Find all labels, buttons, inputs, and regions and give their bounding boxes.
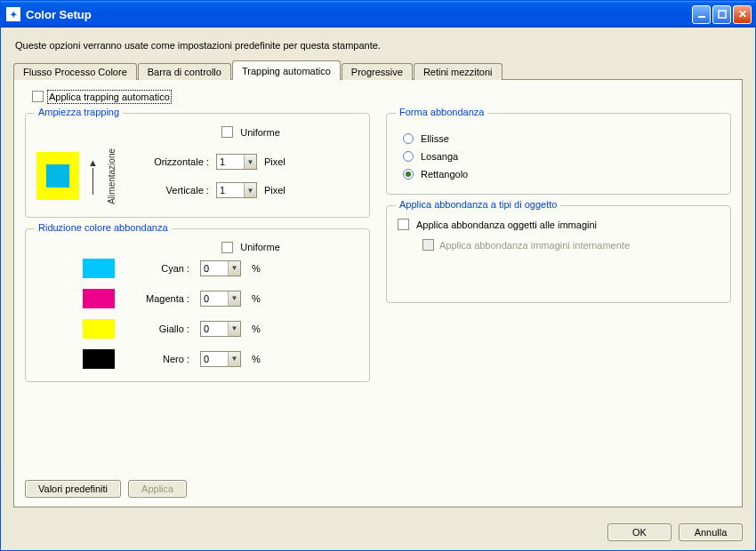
- legend-riduzione: Riduzione colore abbondanza: [35, 222, 172, 233]
- ampiezza-uniforme-checkbox[interactable]: [221, 126, 233, 138]
- close-button[interactable]: ✕: [733, 5, 752, 24]
- tab-strip: Flusso Processo Colore Barra di controll…: [13, 60, 743, 79]
- ampiezza-uniforme-label: Uniforme: [240, 127, 280, 138]
- swatch-yellow: [83, 319, 115, 339]
- right-column: Forma abbondanza Ellisse Losanga Rettang…: [386, 113, 731, 382]
- radio-rettangolo-row[interactable]: Rettangolo: [403, 169, 714, 180]
- defaults-button[interactable]: Valori predefiniti: [25, 480, 121, 498]
- chevron-down-icon[interactable]: ▼: [228, 261, 240, 276]
- reduce-row-yellow: Giallo : ▼ %: [36, 319, 358, 339]
- svg-rect-0: [698, 16, 705, 18]
- apply-obj-opt1-label: Applica abbondanza oggetti alle immagini: [416, 220, 597, 230]
- reduce-row-black: Nero : ▼ %: [36, 349, 358, 369]
- chevron-down-icon[interactable]: ▼: [244, 183, 256, 197]
- svg-rect-1: [719, 11, 726, 18]
- apply-obj-opt1-checkbox[interactable]: [398, 219, 409, 230]
- group-forma-abbondanza: Forma abbondanza Ellisse Losanga Rettang…: [386, 113, 731, 195]
- apply-obj-opt2-label: Applica abbondanza immagini internamente: [439, 240, 630, 251]
- legend-forma: Forma abbondanza: [396, 107, 487, 117]
- radio-rettangolo-label: Rettangolo: [421, 169, 468, 180]
- group-riduzione-colore: Riduzione colore abbondanza Uniforme Cya…: [25, 228, 370, 382]
- arrow-up-icon: ▲: [88, 157, 98, 168]
- tab-flusso-processo-colore[interactable]: Flusso Processo Colore: [13, 63, 137, 80]
- chevron-down-icon[interactable]: ▼: [228, 291, 240, 306]
- cyan-label: Cyan :: [125, 263, 189, 274]
- apply-obj-opt2-row: Applica abbondanza immagini internamente: [422, 239, 720, 251]
- yellow-unit: %: [252, 323, 261, 334]
- radio-ellisse-label: Ellisse: [421, 133, 449, 144]
- ampiezza-controls: Orizzontale : ▼ Pixel Verticale :: [138, 154, 291, 198]
- tab-trapping-automatico[interactable]: Trapping automatico: [232, 60, 341, 80]
- cancel-button[interactable]: Annulla: [679, 523, 743, 541]
- reduce-row-magenta: Magenta : ▼ %: [36, 289, 358, 308]
- feed-label: Alimentazione: [107, 148, 117, 204]
- apply-obj-opt2-checkbox: [422, 239, 434, 251]
- magenta-input[interactable]: [201, 291, 228, 306]
- swatch-black: [83, 349, 115, 369]
- window-title: Color Setup: [26, 8, 692, 21]
- window-buttons: ✕: [692, 5, 752, 24]
- chevron-down-icon[interactable]: ▼: [228, 352, 240, 366]
- apply-trapping-checkbox[interactable]: [32, 91, 44, 102]
- minimize-button[interactable]: [692, 5, 711, 24]
- vertical-row: Verticale : ▼ Pixel: [138, 182, 291, 198]
- trap-swatch-inner: [46, 164, 69, 188]
- chevron-down-icon[interactable]: ▼: [228, 322, 240, 336]
- content-area: Queste opzioni verranno usate come impos…: [1, 28, 755, 516]
- radio-ellisse[interactable]: [403, 133, 414, 144]
- vertical-input[interactable]: [217, 183, 244, 197]
- black-unit: %: [252, 354, 261, 364]
- vertical-label: Verticale :: [138, 185, 209, 196]
- reduce-rows: Cyan : ▼ % Magenta : ▼ %: [36, 259, 358, 369]
- yellow-spinner[interactable]: ▼: [200, 321, 241, 337]
- ok-button[interactable]: OK: [607, 523, 672, 541]
- tab-progressive[interactable]: Progressive: [342, 63, 413, 80]
- horizontal-spinner[interactable]: ▼: [216, 154, 257, 170]
- yellow-label: Giallo :: [125, 323, 189, 334]
- tab-bottom-row: Valori predefiniti Applica: [25, 469, 731, 498]
- legend-ampiezza: Ampiezza trapping: [35, 107, 123, 117]
- apply-trapping-row: Applica trapping automatico: [32, 91, 731, 102]
- apply-trapping-label: Applica trapping automatico: [49, 92, 170, 102]
- radio-losanga[interactable]: [403, 151, 414, 162]
- riduzione-uniforme-row: Uniforme: [143, 242, 358, 253]
- horizontal-unit: Pixel: [264, 156, 291, 167]
- swatch-magenta: [83, 289, 115, 308]
- left-column: Ampiezza trapping Uniforme ▲: [25, 113, 370, 382]
- app-icon: ✦: [6, 7, 20, 21]
- ampiezza-body: ▲ Alimentazione Orizzontale : ▼: [36, 148, 358, 204]
- riduzione-uniforme-label: Uniforme: [240, 242, 280, 252]
- arrow-line: [92, 168, 93, 195]
- description-text: Queste opzioni verranno usate come impos…: [15, 40, 741, 51]
- tab-barra-di-controllo[interactable]: Barra di controllo: [138, 63, 231, 80]
- magenta-spinner[interactable]: ▼: [200, 291, 241, 307]
- vertical-spinner[interactable]: ▼: [216, 182, 257, 198]
- horizontal-row: Orizzontale : ▼ Pixel: [138, 154, 291, 170]
- horizontal-input[interactable]: [217, 155, 244, 169]
- apply-button[interactable]: Applica: [128, 480, 187, 498]
- radio-losanga-row[interactable]: Losanga: [403, 151, 714, 162]
- radio-ellisse-row[interactable]: Ellisse: [403, 133, 714, 144]
- group-applica-oggetto: Applica abbondanza a tipi di oggetto App…: [386, 205, 731, 303]
- black-spinner[interactable]: ▼: [200, 351, 241, 367]
- tab-retini-mezzitoni[interactable]: Retini mezzitoni: [414, 63, 503, 80]
- cyan-input[interactable]: [201, 261, 228, 276]
- apply-obj-opt1-row: Applica abbondanza oggetti alle immagini: [398, 219, 720, 230]
- legend-applica-oggetto: Applica abbondanza a tipi di oggetto: [396, 199, 560, 210]
- black-input[interactable]: [201, 352, 228, 366]
- dialog-footer: OK Annulla: [1, 516, 755, 550]
- swatch-cyan: [83, 259, 115, 278]
- window: ✦ Color Setup ✕ Queste opzioni verranno …: [0, 0, 756, 551]
- radio-losanga-label: Losanga: [421, 151, 458, 162]
- maximize-button[interactable]: [712, 5, 731, 24]
- magenta-unit: %: [252, 293, 261, 304]
- trap-swatch: [36, 152, 79, 200]
- yellow-input[interactable]: [201, 322, 228, 336]
- radio-rettangolo[interactable]: [403, 169, 414, 180]
- chevron-down-icon[interactable]: ▼: [244, 155, 256, 169]
- black-label: Nero :: [125, 354, 189, 364]
- feed-arrow: ▲: [88, 157, 98, 195]
- riduzione-uniforme-checkbox[interactable]: [221, 242, 233, 253]
- group-ampiezza-trapping: Ampiezza trapping Uniforme ▲: [25, 113, 370, 218]
- cyan-spinner[interactable]: ▼: [200, 260, 241, 276]
